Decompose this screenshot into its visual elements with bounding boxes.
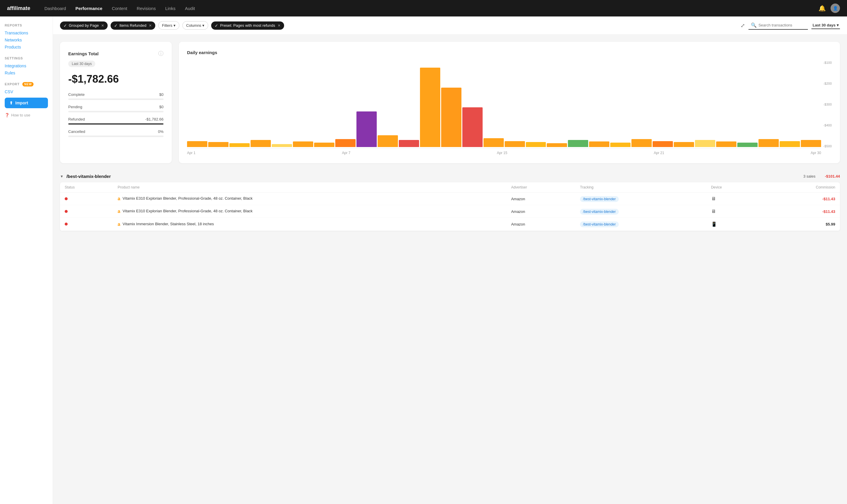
status-dot <box>65 197 68 200</box>
bar-4 <box>272 144 292 147</box>
sidebar-item-products[interactable]: Products <box>5 43 48 51</box>
device-icon: 📱 <box>711 222 717 227</box>
table-row[interactable]: a Vitamix E310 Explorian Blender, Profes… <box>60 193 840 205</box>
tracking-chip[interactable]: /best-vitamix-blender <box>580 209 618 215</box>
bar-29 <box>801 140 821 147</box>
export-section-label: EXPORT NEW <box>5 82 48 86</box>
product-name: Vitamix E310 Explorian Blender, Professi… <box>123 209 253 213</box>
bar-17 <box>547 143 567 147</box>
bar-22 <box>653 141 673 147</box>
filter-bar: ✓ Grouped by Page ✕ ✓ Items Refunded ✕ F… <box>53 16 847 35</box>
close-preset-icon[interactable]: ✕ <box>277 23 281 28</box>
main-content: ✓ Grouped by Page ✕ ✓ Items Refunded ✕ F… <box>53 16 847 504</box>
col-product: Product name <box>113 182 506 193</box>
sidebar-item-networks[interactable]: Networks <box>5 36 48 43</box>
check-icon-3: ✓ <box>215 23 218 28</box>
transactions-table: Status Product name Advertiser Tracking … <box>60 182 840 231</box>
bar-10 <box>399 140 419 147</box>
commission-cell: -$11.43 <box>761 205 840 218</box>
earnings-amount: -$1,782.66 <box>68 73 163 85</box>
earnings-pending-row: Pending $0 <box>68 105 163 112</box>
info-icon[interactable]: ⓘ <box>158 50 163 57</box>
search-input[interactable] <box>758 23 806 28</box>
sidebar-item-rules[interactable]: Rules <box>5 69 48 76</box>
bar-chart <box>187 61 821 148</box>
earnings-card: Earnings Total ⓘ Last 30 days -$1,782.66… <box>60 42 172 163</box>
status-cell <box>60 193 113 205</box>
bar-24 <box>695 140 715 147</box>
check-icon: ✓ <box>64 23 67 28</box>
bar-25 <box>716 141 736 147</box>
col-advertiser: Advertiser <box>506 182 575 193</box>
status-dot <box>65 222 68 226</box>
device-icon: 🖥 <box>711 209 716 214</box>
product-cell: a Vitamix E310 Explorian Blender, Profes… <box>113 205 506 218</box>
device-cell: 🖥 <box>706 193 761 205</box>
new-badge: NEW <box>22 82 34 87</box>
bar-13 <box>462 107 483 147</box>
cards-area: Earnings Total ⓘ Last 30 days -$1,782.66… <box>53 35 847 170</box>
table-row[interactable]: a Vitamix E310 Explorian Blender, Profes… <box>60 205 840 218</box>
amazon-logo: a <box>118 196 120 201</box>
import-button[interactable]: ⬆ Import <box>5 97 48 108</box>
product-name: Vitamix Immersion Blender, Stainless Ste… <box>123 222 214 226</box>
bar-21 <box>631 139 652 147</box>
bar-19 <box>589 141 609 147</box>
advertiser-cell: Amazon <box>506 193 575 205</box>
filter-right: ⤢ 🔍 Last 30 days ▾ <box>741 21 840 30</box>
table-row[interactable]: a Vitamix Immersion Blender, Stainless S… <box>60 218 840 231</box>
search-box[interactable]: 🔍 <box>749 21 808 30</box>
sidebar: REPORTS Transactions Networks Products S… <box>0 16 53 504</box>
advertiser-cell: Amazon <box>506 205 575 218</box>
bar-2 <box>229 143 250 147</box>
bar-12 <box>441 88 462 147</box>
group-path: /best-vitamix-blender <box>67 174 111 179</box>
how-to-use[interactable]: ❓ How to use <box>5 113 48 117</box>
grouped-by-page-chip[interactable]: ✓ Grouped by Page ✕ <box>60 21 108 30</box>
bar-16 <box>526 142 546 147</box>
tracking-chip[interactable]: /best-vitamix-blender <box>580 196 618 202</box>
nav-links[interactable]: Links <box>165 6 176 11</box>
close-refunded-icon[interactable]: ✕ <box>149 23 152 28</box>
bar-6 <box>314 143 335 147</box>
tracking-cell: /best-vitamix-blender <box>575 218 706 231</box>
nav-content[interactable]: Content <box>112 6 127 11</box>
columns-button[interactable]: Columns ▾ <box>182 21 208 30</box>
sidebar-item-csv[interactable]: CSV <box>5 88 48 95</box>
chart-card: Daily earnings Apr 1 Apr 7 <box>179 42 840 163</box>
preset-chip[interactable]: ✓ Preset: Pages with most refunds ✕ <box>211 21 284 30</box>
bar-20 <box>610 143 631 147</box>
bar-18 <box>568 140 588 147</box>
tracking-chip[interactable]: /best-vitamix-blender <box>580 221 618 227</box>
sidebar-item-integrations[interactable]: Integrations <box>5 62 48 69</box>
bar-9 <box>378 135 398 147</box>
nav-performance[interactable]: Performance <box>75 6 102 11</box>
compress-icon[interactable]: ⤢ <box>741 22 745 29</box>
table-group-header[interactable]: ▼ /best-vitamix-blender 3 sales -$101.44 <box>60 170 840 182</box>
earnings-cancelled-row: Cancelled 0% <box>68 129 163 137</box>
bar-27 <box>758 139 779 147</box>
bar-15 <box>505 141 525 147</box>
close-grouped-icon[interactable]: ✕ <box>101 23 104 28</box>
nav-revisions[interactable]: Revisions <box>137 6 156 11</box>
bar-0 <box>187 141 208 147</box>
nav-dashboard[interactable]: Dashboard <box>44 6 66 11</box>
nav-audit[interactable]: Audit <box>185 6 195 11</box>
commission-cell: $5.99 <box>761 218 840 231</box>
earnings-refunded-row: Refunded -$1,782.66 <box>68 117 163 125</box>
notifications-icon[interactable]: 🔔 <box>818 5 826 12</box>
question-icon: ❓ <box>5 113 10 117</box>
reports-section-label: REPORTS <box>5 23 48 27</box>
product-cell: a Vitamix Immersion Blender, Stainless S… <box>113 218 506 231</box>
bar-8 <box>357 111 377 147</box>
chevron-down-icon: ▾ <box>174 23 176 28</box>
avatar[interactable]: 👤 <box>831 3 840 13</box>
search-icon: 🔍 <box>751 22 757 28</box>
top-nav: affilimate Dashboard Performance Content… <box>0 0 847 16</box>
items-refunded-chip[interactable]: ✓ Items Refunded ✕ <box>111 21 155 30</box>
sidebar-item-transactions[interactable]: Transactions <box>5 30 48 36</box>
device-cell: 📱 <box>706 218 761 231</box>
bar-14 <box>484 138 504 147</box>
filters-button[interactable]: Filters ▾ <box>158 21 179 30</box>
date-range-selector[interactable]: Last 30 days ▾ <box>811 22 840 29</box>
